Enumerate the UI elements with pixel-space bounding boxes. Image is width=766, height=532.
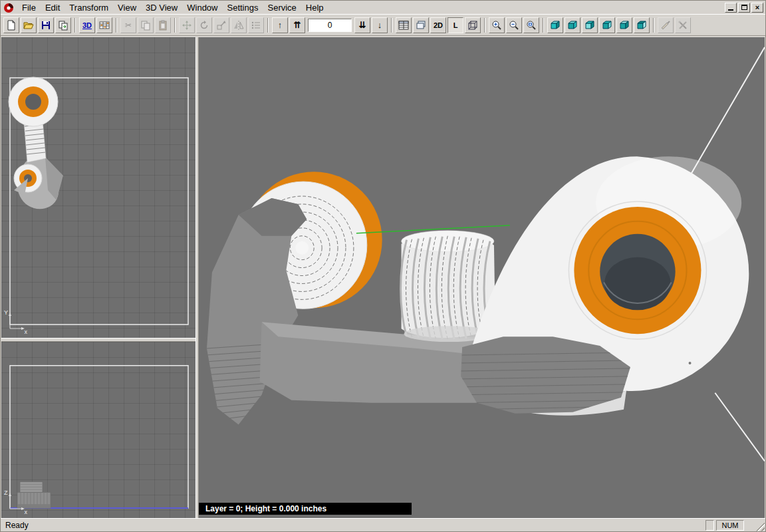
toolbar-separator	[653, 18, 654, 33]
menu-bar: File Edit Transform View 3D View Window …	[1, 1, 765, 14]
layer-up-button[interactable]: ↑	[272, 17, 288, 33]
front-view-render	[1, 342, 195, 518]
minimize-icon	[728, 9, 733, 11]
2d-label-icon: 2D	[434, 21, 443, 29]
import-button[interactable]	[55, 17, 71, 33]
slice-parameters-button[interactable]	[96, 17, 112, 33]
status-message: Ready	[1, 521, 705, 530]
arrow-double-up-icon: ⇈	[294, 20, 301, 30]
view-back-button[interactable]	[565, 17, 580, 33]
scissors-icon: ✂	[125, 21, 132, 30]
app-icon	[3, 3, 14, 13]
zoom-window-button[interactable]	[523, 17, 539, 33]
floppy-icon	[41, 20, 51, 31]
close-button[interactable]: ×	[751, 3, 763, 13]
teal-cube-left-icon	[584, 20, 595, 31]
layers-icon	[416, 20, 426, 31]
rotate-button[interactable]	[196, 17, 212, 33]
perspective-view-button[interactable]	[465, 17, 481, 33]
open-file-button[interactable]	[21, 17, 37, 33]
view-front-button[interactable]	[547, 17, 563, 33]
minimize-button[interactable]	[725, 3, 737, 13]
content-area: Y x	[1, 37, 765, 518]
axis-z-label: Z	[4, 489, 8, 496]
maximize-button[interactable]	[738, 3, 750, 13]
teal-cube-front-icon	[550, 20, 561, 31]
view-right-button[interactable]	[599, 17, 615, 33]
mirror-button[interactable]	[231, 17, 247, 33]
save-button[interactable]	[38, 17, 54, 33]
top-view-render	[1, 37, 195, 338]
application-window: File Edit Transform View 3D View Window …	[0, 0, 766, 532]
toolbar-separator	[116, 18, 117, 33]
move-arrows-icon	[182, 20, 192, 31]
toolbar: 3D ✂	[1, 14, 765, 36]
menu-view[interactable]: View	[113, 1, 141, 14]
menu-settings[interactable]: Settings	[223, 1, 263, 14]
view-3d-button[interactable]: 3D	[79, 17, 95, 33]
zoom-out-button[interactable]	[506, 17, 522, 33]
view-bottom-button[interactable]	[634, 17, 650, 33]
view-2d-button[interactable]: 2D	[430, 17, 446, 33]
magnifier-minus-icon	[509, 20, 519, 31]
toolbar-separator	[543, 18, 544, 33]
cut-button[interactable]: ✂	[120, 17, 136, 33]
view-top-button[interactable]	[616, 17, 632, 33]
copy-button[interactable]	[138, 17, 154, 33]
move-button[interactable]	[179, 17, 195, 33]
zoom-in-button[interactable]	[489, 17, 505, 33]
arrow-up-icon: ↑	[278, 20, 283, 30]
measure-icon	[660, 20, 671, 31]
cube-wireframe-icon	[467, 20, 478, 31]
tools-button[interactable]	[675, 17, 691, 33]
layer-top-button[interactable]: ⇈	[289, 17, 305, 33]
axis-y-label: Y	[4, 309, 8, 316]
layer-mode-icon: L	[453, 21, 458, 29]
layer-height-overlay: Layer = 0; Height = 0.000 inches	[199, 503, 412, 515]
open-folder-icon	[23, 20, 34, 31]
main-3d-viewport[interactable]: Layer = 0; Height = 0.000 inches	[199, 37, 765, 518]
new-file-button[interactable]	[3, 17, 19, 33]
menu-window[interactable]: Window	[182, 1, 222, 14]
paste-icon	[158, 20, 168, 31]
measure-button[interactable]	[658, 17, 674, 33]
paste-button[interactable]	[155, 17, 171, 33]
menu-transform[interactable]: Transform	[64, 1, 113, 14]
model-render	[199, 37, 765, 518]
new-file-icon	[6, 20, 17, 31]
list-icon	[251, 20, 261, 31]
front-view-viewport[interactable]: Z x	[1, 342, 195, 518]
copy-icon	[140, 20, 151, 31]
menu-help[interactable]: Help	[301, 1, 328, 14]
num-lock-indicator: NUM	[716, 520, 744, 531]
toolpath-table-button[interactable]	[396, 17, 412, 33]
status-empty-cell	[705, 520, 714, 531]
close-icon: ×	[755, 4, 759, 11]
toolbar-separator	[174, 18, 176, 33]
left-viewport-column: Y x	[1, 37, 195, 518]
front-view-axis: Z x	[5, 491, 27, 514]
resize-grip[interactable]	[755, 522, 765, 531]
num-lock-label: NUM	[721, 521, 738, 529]
3d-label-icon: 3D	[82, 21, 92, 29]
menu-file[interactable]: File	[17, 1, 41, 14]
teal-cube-back-icon	[567, 20, 578, 31]
layer-number-input[interactable]	[308, 19, 352, 32]
mirror-icon	[233, 20, 244, 31]
view-left-button[interactable]	[582, 17, 598, 33]
menu-3d-view[interactable]: 3D View	[141, 1, 182, 14]
layer-list-button[interactable]	[413, 17, 429, 33]
layer-mode-button[interactable]: L	[447, 17, 463, 33]
status-bar: Ready NUM	[1, 518, 765, 531]
toolbar-separator	[484, 18, 485, 33]
layer-bottom-button[interactable]: ⇊	[354, 17, 370, 33]
scale-button[interactable]	[213, 17, 229, 33]
magnifier-window-icon	[526, 20, 537, 31]
menu-edit[interactable]: Edit	[41, 1, 64, 14]
axis-x-label: x	[25, 329, 28, 335]
layer-down-button[interactable]: ↓	[372, 17, 388, 33]
menu-service[interactable]: Service	[263, 1, 301, 14]
properties-button[interactable]	[248, 17, 264, 33]
toolbar-separator	[267, 18, 269, 33]
top-view-viewport[interactable]: Y x	[1, 37, 195, 338]
